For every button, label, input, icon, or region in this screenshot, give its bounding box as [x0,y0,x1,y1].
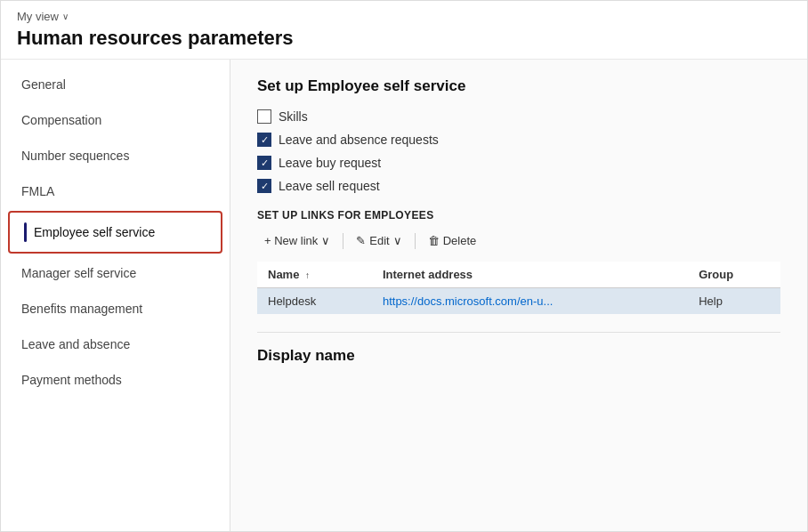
edit-icon: ✎ [356,234,366,247]
toolbar-separator-2 [415,233,416,249]
checkbox-leave-sell-label: Leave sell request [279,179,380,193]
sidebar-item-label: Manager self service [21,266,136,280]
checkbox-skills-row: Skills [257,109,780,124]
links-table: Name ↑ Internet address Group Helpdesk [257,262,780,314]
checkbox-leave-buy-row: ✓ Leave buy request [257,156,780,170]
checkmark-icon: ✓ [261,181,269,191]
col-name-label: Name [268,268,299,281]
sidebar-item-label: Employee self service [34,225,155,239]
sidebar-item-payment-methods[interactable]: Payment methods [1,362,230,398]
checkbox-leave-absence-label: Leave and absence requests [279,133,439,147]
checkmark-icon: ✓ [261,158,269,168]
new-link-button[interactable]: + New link ∨ [257,230,337,251]
delete-label: Delete [443,234,477,247]
col-group[interactable]: Group [688,262,780,288]
new-link-label: + New link [264,234,318,247]
sidebar-item-leave-and-absence[interactable]: Leave and absence [1,326,230,362]
col-group-label: Group [699,268,733,281]
display-name-section: Display name [257,332,780,365]
sidebar: General Compensation Number sequences FM… [1,60,230,531]
my-view-label: My view [17,10,59,23]
col-name[interactable]: Name ↑ [257,262,372,288]
sidebar-item-manager-self-service[interactable]: Manager self service [1,255,230,291]
checkbox-leave-absence-row: ✓ Leave and absence requests [257,133,780,147]
internet-address-link[interactable]: https://docs.microsoft.com/en-u... [383,294,553,308]
my-view-dropdown[interactable]: My view ∨ [17,10,791,23]
sidebar-item-label: Payment methods [21,373,122,387]
delete-icon: 🗑 [428,234,440,247]
checkbox-skills-label: Skills [279,109,308,124]
sidebar-item-label: Leave and absence [21,337,130,351]
content-area: Set up Employee self service Skills ✓ Le… [230,60,807,531]
sidebar-item-label: Benefits management [21,302,142,316]
page-title: Human resources parameters [17,27,791,55]
sidebar-item-general[interactable]: General [1,67,230,102]
checkbox-leave-buy-label: Leave buy request [279,156,381,170]
sidebar-item-compensation[interactable]: Compensation [1,102,230,138]
chevron-down-icon: ∨ [62,12,69,21]
display-name-title: Display name [257,347,780,365]
col-internet-address[interactable]: Internet address [372,262,688,288]
sidebar-item-fmla[interactable]: FMLA [1,173,230,209]
cell-name: Helpdesk [257,288,372,315]
sidebar-item-number-sequences[interactable]: Number sequences [1,138,230,173]
checkbox-skills[interactable] [257,109,271,124]
edit-chevron-icon: ∨ [393,234,402,247]
checkmark-icon: ✓ [261,135,269,145]
edit-button[interactable]: ✎ Edit ∨ [349,230,408,251]
delete-button[interactable]: 🗑 Delete [421,230,484,251]
checkbox-leave-absence[interactable]: ✓ [257,133,271,147]
sort-icon: ↑ [305,270,310,280]
app-container: My view ∨ Human resources parameters Gen… [0,0,808,532]
cell-internet-address: https://docs.microsoft.com/en-u... [372,288,688,315]
edit-label: Edit [369,234,389,247]
toolbar-separator [343,233,343,249]
sidebar-item-label: FMLA [21,184,54,198]
section-title: Set up Employee self service [257,77,780,95]
active-nav-bar [24,222,27,242]
table-row[interactable]: Helpdesk https://docs.microsoft.com/en-u… [257,288,780,315]
sidebar-item-benefits-management[interactable]: Benefits management [1,291,230,326]
sidebar-item-employee-self-service[interactable]: Employee self service [8,211,222,254]
checkbox-leave-sell-row: ✓ Leave sell request [257,179,780,193]
sidebar-item-label: Compensation [21,113,101,127]
main-layout: General Compensation Number sequences FM… [1,60,807,531]
top-bar: My view ∨ Human resources parameters [1,1,807,60]
links-header: SET UP LINKS FOR EMPLOYEES [257,209,780,222]
col-internet-address-label: Internet address [383,268,473,281]
new-link-chevron-icon: ∨ [321,234,330,247]
sidebar-item-label: Number sequences [21,149,129,163]
cell-group: Help [688,288,780,315]
checkbox-leave-sell[interactable]: ✓ [257,179,271,193]
sidebar-item-label: General [21,77,66,92]
checkbox-leave-buy[interactable]: ✓ [257,156,271,170]
toolbar: + New link ∨ ✎ Edit ∨ 🗑 Delete [257,230,780,251]
